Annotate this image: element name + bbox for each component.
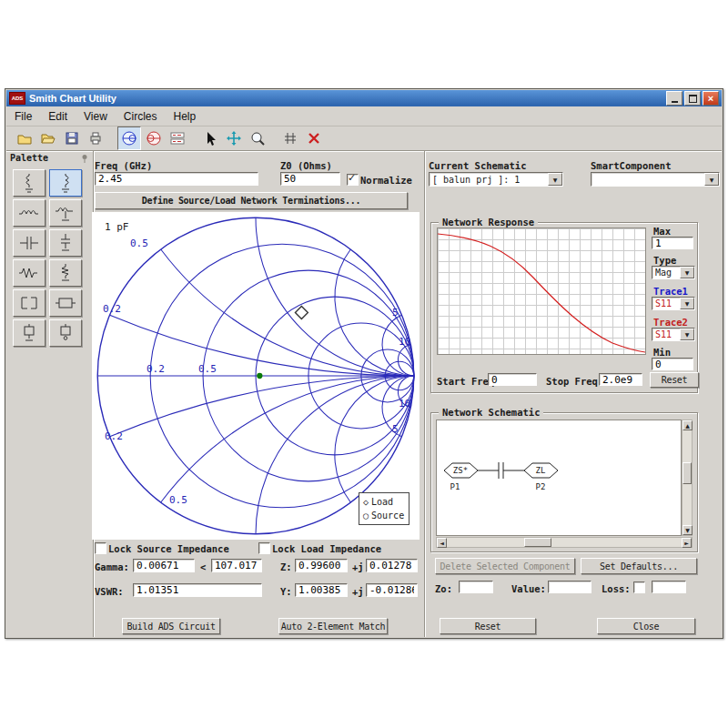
lock-source-checkbox[interactable] [95,542,106,554]
menu-item-help[interactable]: Help [166,107,205,126]
define-terminations-button[interactable]: Define Source/Load Network Terminations.… [95,192,408,209]
trace1-label: Trace1 [653,286,688,297]
lock-load-label: Lock Load Impedance [272,543,381,554]
palette-shunt-inductor-alt-button[interactable] [49,169,82,197]
z-real-input[interactable] [295,559,348,572]
freq-input[interactable] [95,172,258,186]
pin-icon[interactable] [80,154,89,163]
source-marker[interactable] [257,373,262,379]
loss-checkbox[interactable] [633,581,645,593]
type-combo[interactable]: Mag [652,266,695,279]
set-defaults-button[interactable]: Set Defaults... [581,558,697,574]
delete-tool-button[interactable] [303,127,325,149]
response-reset-button[interactable]: Reset [650,372,699,388]
palette-series-inductor-button[interactable] [13,199,46,227]
gamma-angle-input[interactable] [211,559,262,572]
zoom-tool-button[interactable] [247,127,268,149]
admittance-chart-tool-button[interactable] [143,127,165,149]
y-plusj-label: +j [352,586,364,597]
chevron-down-icon[interactable] [680,298,694,309]
palette-open-stub-button[interactable] [13,289,46,317]
z0-input[interactable] [280,172,340,186]
palette-shunt-capacitor-button[interactable] [49,229,82,257]
close-window-button[interactable]: Close [597,618,695,634]
load-marker[interactable] [295,307,308,319]
trace2-value: S11 [652,329,680,339]
minimize-button[interactable] [666,91,682,106]
menu-item-edit[interactable]: Edit [40,107,76,126]
trace1-combo[interactable]: S11 [652,297,695,310]
chevron-down-icon[interactable] [704,173,719,186]
palette-shunt-stub-short-button[interactable] [13,319,46,347]
min-input[interactable] [652,358,693,370]
trace1-value: S11 [652,298,680,308]
value-input[interactable] [548,581,592,593]
vswr-input[interactable] [133,583,262,597]
y-real-input[interactable] [295,583,348,597]
trace2-combo[interactable]: S11 [652,328,695,341]
normalize-checkbox[interactable] [347,174,359,186]
gamma-label: Gamma: [95,561,129,572]
palette-series-capacitor-button[interactable] [13,229,46,257]
loss-input[interactable] [652,581,686,593]
zo-label: Zo: [435,583,452,594]
maximize-button[interactable] [684,91,701,106]
palette-series-line-button[interactable] [49,289,82,317]
horizontal-scroll-thumb[interactable] [524,538,551,547]
reset-button[interactable]: Reset [440,618,536,634]
chevron-down-icon[interactable] [680,267,694,278]
terminations-tool-button[interactable] [167,127,188,149]
open-button[interactable] [37,127,59,149]
close-button[interactable]: × [703,91,719,106]
scroll-left-button[interactable] [437,538,447,548]
move-tool-button[interactable] [223,127,245,149]
title-bar[interactable]: ADS Smith Chart Utility × [6,90,722,106]
pointer-tool-button[interactable] [199,127,221,149]
open-folder-icon [40,130,56,147]
palette-series-inductor-shunt-button[interactable] [49,199,82,227]
menu-item-view[interactable]: View [76,107,116,126]
toolbar [6,126,722,150]
vertical-scroll-thumb[interactable] [682,462,692,484]
z-imag-input[interactable] [366,559,418,572]
gamma-input[interactable] [133,559,195,572]
build-ads-circuit-button[interactable]: Build ADS Circuit [122,618,220,634]
chevron-down-icon[interactable] [680,329,694,340]
smart-component-combo[interactable] [591,172,720,187]
ladder-network-tool-button[interactable] [279,127,301,149]
scroll-up-button[interactable] [682,420,693,430]
start-freq-input[interactable] [488,373,537,386]
palette-shunt-inductor-button[interactable] [13,169,46,197]
palette-shunt-resistor-button[interactable] [49,259,82,287]
network-schematic-canvas[interactable]: ZS* ZL P1 P2 [436,420,682,536]
z0-label: Z0 (Ohms) [280,160,332,171]
window-title: Smith Chart Utility [29,93,664,104]
y-imag-input[interactable] [366,583,418,597]
magnifier-icon [249,130,266,147]
new-project-button[interactable] [14,127,35,149]
save-button[interactable] [61,127,83,149]
zo-input[interactable] [459,581,493,593]
palette-shunt-stub-open-button[interactable] [49,319,82,347]
chart-legend: ◇Load ○Source [359,492,410,525]
current-schematic-combo[interactable]: [ balun_prj ]: 1 [429,172,563,187]
delete-component-button[interactable]: Delete Selected Component [435,558,575,574]
menu-item-file[interactable]: File [6,107,40,126]
chevron-down-icon[interactable] [548,173,562,186]
lock-load-checkbox[interactable] [258,542,270,554]
reactance-label: 0.5 [130,238,148,249]
print-button[interactable] [85,127,106,149]
max-input[interactable] [652,237,693,249]
value-label: Value: [511,583,546,594]
stop-freq-input[interactable] [599,373,642,386]
scroll-down-button[interactable] [682,525,693,535]
schematic-horizontal-scrollbar[interactable] [436,537,693,548]
schematic-vertical-scrollbar[interactable] [682,420,693,536]
palette-series-resistor-button[interactable] [13,259,46,287]
auto-match-button[interactable]: Auto 2-Element Match [278,618,388,634]
menu-item-circles[interactable]: Circles [116,107,166,126]
smith-chart-tool-button[interactable] [117,126,141,150]
smith-chart-area[interactable]: 1 pF 0.5 0.2 0.2 0.5 5 10 10 5 0.2 0.5 ◇… [92,212,420,540]
scroll-right-button[interactable] [682,538,692,548]
shunt-inductor-icon [17,172,41,194]
